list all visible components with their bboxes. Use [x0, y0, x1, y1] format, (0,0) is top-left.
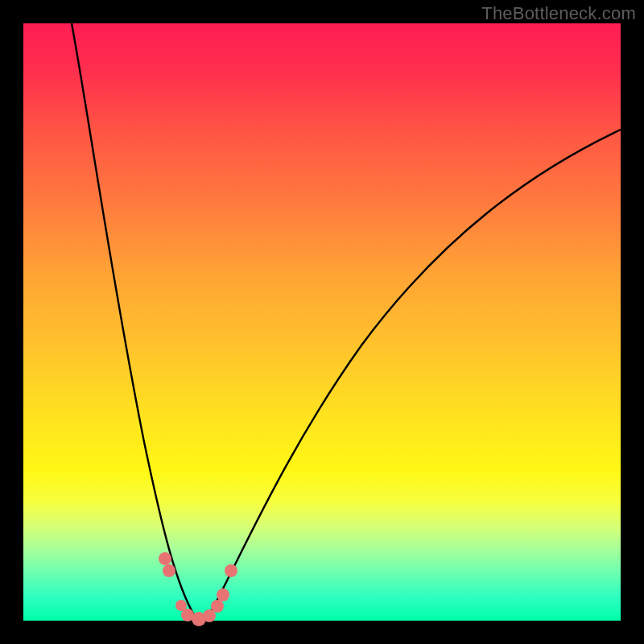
data-marker: [217, 588, 229, 601]
watermark-text: TheBottleneck.com: [481, 3, 636, 24]
curve-right-branch: [207, 130, 621, 619]
data-marker: [163, 564, 175, 577]
chart-plot-area: [23, 23, 621, 621]
curve-left-branch: [72, 23, 196, 619]
data-marker: [225, 564, 237, 577]
chart-svg: [23, 23, 621, 621]
data-marker: [159, 552, 171, 565]
data-marker: [211, 600, 224, 613]
